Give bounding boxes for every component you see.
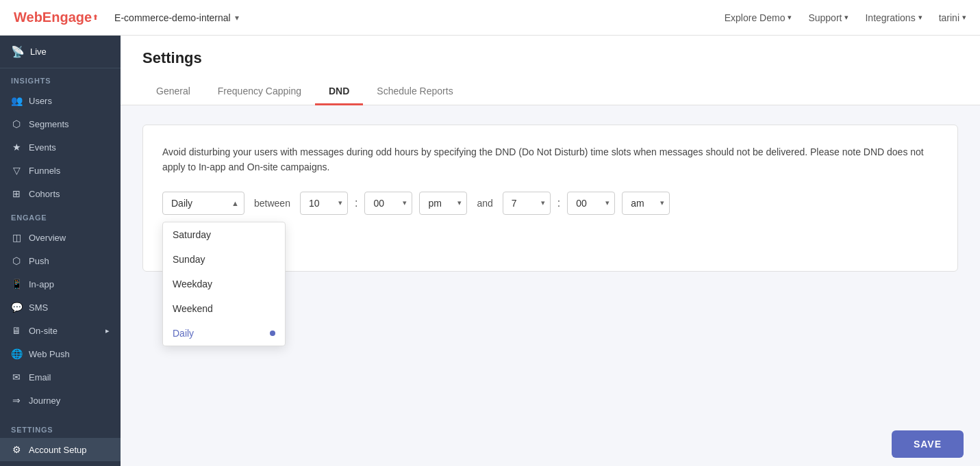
segments-icon: ⬡ — [11, 118, 22, 129]
onsite-icon: 🖥 — [11, 325, 22, 336]
dropdown-item-saturday[interactable]: Saturday — [163, 222, 285, 247]
dnd-description: Avoid disturbing your users with message… — [162, 144, 938, 175]
day-select[interactable]: Daily — [162, 192, 244, 215]
day-selector-wrapper: Daily ▲ Saturday Sunday Weekday Weekend — [162, 192, 244, 215]
dropdown-item-weekend[interactable]: Weekend — [163, 296, 285, 321]
logo: WebEngage ⬆ — [14, 10, 98, 25]
start-ampm-select[interactable]: pm — [419, 192, 467, 215]
live-icon: 📡 — [11, 45, 25, 58]
project-name: E-commerce-demo-internal — [114, 12, 231, 23]
sidebar-item-accountsetup[interactable]: ⚙ Account Setup — [0, 438, 121, 461]
events-icon: ★ — [11, 142, 22, 153]
and-label: and — [474, 198, 495, 209]
sidebar-item-label: SMS — [29, 302, 48, 313]
inapp-icon: 📱 — [11, 279, 22, 289]
sidebar-item-label: On-site — [29, 326, 58, 336]
start-hour-select[interactable]: 10 — [300, 192, 348, 215]
user-menu[interactable]: tarini ▾ — [939, 12, 966, 23]
sidebar-item-label: Email — [29, 372, 51, 383]
sidebar-item-funnels[interactable]: ▽ Funnels — [0, 159, 121, 182]
sidebar-item-label: Push — [29, 256, 49, 266]
end-hour-select[interactable]: 7 — [503, 192, 551, 215]
sidebar: 📡 Live INSIGHTS 👥 Users ⬡ Segments ★ Eve… — [0, 36, 121, 466]
dropdown-item-weekday[interactable]: Weekday — [163, 272, 285, 296]
sidebar-item-label: Events — [29, 142, 56, 153]
tab-frequency-capping[interactable]: Frequency Capping — [204, 79, 315, 105]
chevron-down-icon: ▾ — [918, 13, 922, 22]
sms-icon: 💬 — [11, 302, 22, 313]
sidebar-item-label: Users — [29, 96, 52, 106]
day-dropdown-menu: Saturday Sunday Weekday Weekend Daily — [162, 222, 286, 346]
settings-icon: ⚙ — [11, 444, 22, 455]
sidebar-item-sms[interactable]: 💬 SMS — [0, 296, 121, 319]
colon-separator-1: : — [355, 197, 357, 209]
settings-section-title: SETTINGS — [0, 417, 121, 438]
sidebar-item-label: Cohorts — [29, 189, 60, 199]
sidebar-item-cohorts[interactable]: ⊞ Cohorts — [0, 182, 121, 205]
dropdown-item-sunday[interactable]: Sunday — [163, 247, 285, 272]
start-minute-select[interactable]: 00 — [364, 192, 412, 215]
sidebar-item-push[interactable]: ⬡ Push — [0, 249, 121, 272]
content-body: Avoid disturbing your users with message… — [121, 105, 980, 291]
sidebar-item-label: Funnels — [29, 166, 60, 176]
sidebar-item-onsite[interactable]: 🖥 On-site ▸ — [0, 319, 121, 342]
end-minute-select[interactable]: 00 — [567, 192, 615, 215]
tabs-container: General Frequency Capping DND Schedule R… — [142, 78, 958, 105]
main-layout: 📡 Live INSIGHTS 👥 Users ⬡ Segments ★ Eve… — [0, 36, 980, 466]
sidebar-item-label: Journey — [29, 396, 60, 406]
sidebar-item-segments[interactable]: ⬡ Segments — [0, 112, 121, 135]
top-nav: WebEngage ⬆ E-commerce-demo-internal ▾ E… — [0, 0, 980, 36]
dropdown-item-daily[interactable]: Daily — [163, 321, 285, 346]
tab-schedule-reports[interactable]: Schedule Reports — [363, 79, 466, 105]
explore-demo-nav[interactable]: Explore Demo ▾ — [725, 12, 792, 23]
sidebar-item-events[interactable]: ★ Events — [0, 135, 121, 159]
funnels-icon: ▽ — [11, 165, 22, 176]
insights-section-title: INSIGHTS — [0, 68, 121, 89]
support-nav[interactable]: Support ▾ — [808, 12, 849, 23]
end-hour-wrapper: 7 ▾ — [503, 192, 551, 215]
engage-section-title: ENGAGE — [0, 205, 121, 226]
sidebar-item-inapp[interactable]: 📱 In-app — [0, 272, 121, 296]
top-nav-right: Explore Demo ▾ Support ▾ Integrations ▾ … — [725, 12, 966, 23]
dnd-card: Avoid disturbing your users with message… — [142, 125, 958, 272]
dropdown-scroll: Saturday Sunday Weekday Weekend Daily — [163, 222, 285, 346]
project-selector[interactable]: E-commerce-demo-internal ▾ — [114, 12, 239, 23]
save-button[interactable]: SAVE — [892, 430, 964, 458]
selected-indicator — [270, 331, 275, 336]
push-icon: ⬡ — [11, 255, 22, 266]
sidebar-item-email[interactable]: ✉ Email — [0, 365, 121, 389]
content-area: Settings General Frequency Capping DND S… — [121, 36, 980, 466]
sidebar-item-label: Account Setup — [29, 445, 87, 455]
users-icon: 👥 — [11, 95, 22, 106]
start-ampm-wrapper: pm ▾ — [419, 192, 467, 215]
end-ampm-select[interactable]: am — [622, 192, 670, 215]
tab-general[interactable]: General — [142, 79, 204, 105]
start-minute-wrapper: 00 ▾ — [364, 192, 412, 215]
sidebar-live[interactable]: 📡 Live — [0, 36, 121, 68]
chevron-right-icon: ▸ — [105, 326, 110, 335]
sidebar-bottom: ◀ — [0, 461, 121, 466]
sidebar-item-overview[interactable]: ◫ Overview — [0, 226, 121, 249]
sidebar-item-label: Segments — [29, 119, 69, 129]
dnd-row: Daily ▲ Saturday Sunday Weekday Weekend — [162, 192, 938, 215]
end-minute-wrapper: 00 ▾ — [567, 192, 615, 215]
between-label: between — [251, 198, 293, 209]
integrations-nav[interactable]: Integrations ▾ — [865, 12, 922, 23]
sidebar-item-users[interactable]: 👥 Users — [0, 89, 121, 112]
start-hour-wrapper: 10 ▾ — [300, 192, 348, 215]
journey-icon: ⇒ — [11, 395, 22, 406]
live-label: Live — [30, 47, 47, 57]
tab-dnd[interactable]: DND — [315, 79, 363, 105]
colon-separator-2: : — [557, 197, 560, 209]
sidebar-item-journey[interactable]: ⇒ Journey — [0, 389, 121, 412]
sidebar-item-label: Overview — [29, 233, 66, 243]
sidebar-item-label: Web Push — [29, 349, 70, 359]
chevron-down-icon: ▾ — [788, 13, 792, 22]
email-icon: ✉ — [11, 372, 22, 383]
overview-icon: ◫ — [11, 232, 22, 243]
project-chevron-icon: ▾ — [235, 13, 239, 23]
save-bar: SAVE — [875, 422, 980, 466]
cohorts-icon: ⊞ — [11, 188, 22, 199]
sidebar-item-webpush[interactable]: 🌐 Web Push — [0, 342, 121, 365]
content-header: Settings General Frequency Capping DND S… — [121, 36, 980, 105]
